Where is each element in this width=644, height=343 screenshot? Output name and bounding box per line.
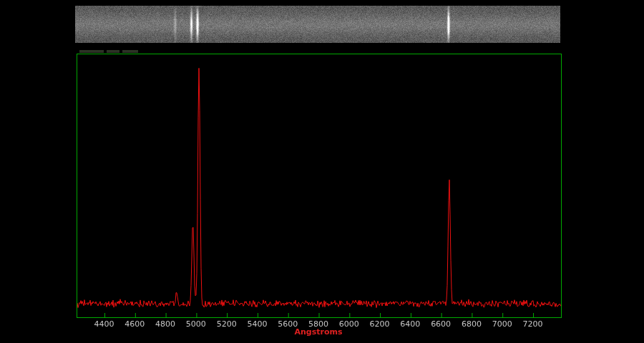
spectrum-2d-strip-image [75, 6, 560, 43]
faint-annotation-fragment [122, 50, 138, 53]
spectrum-line-chart [77, 54, 561, 317]
spectrum-viewer-screen: 4400460048005000520054005600580060006200… [0, 0, 644, 343]
faint-annotation-fragment [79, 50, 104, 53]
spectrum-plot-frame [77, 54, 562, 318]
spectrum-trace [77, 68, 561, 307]
faint-annotation-fragment [107, 50, 119, 53]
x-axis-label: Angstroms [77, 327, 560, 337]
faint-annotation [79, 50, 138, 53]
